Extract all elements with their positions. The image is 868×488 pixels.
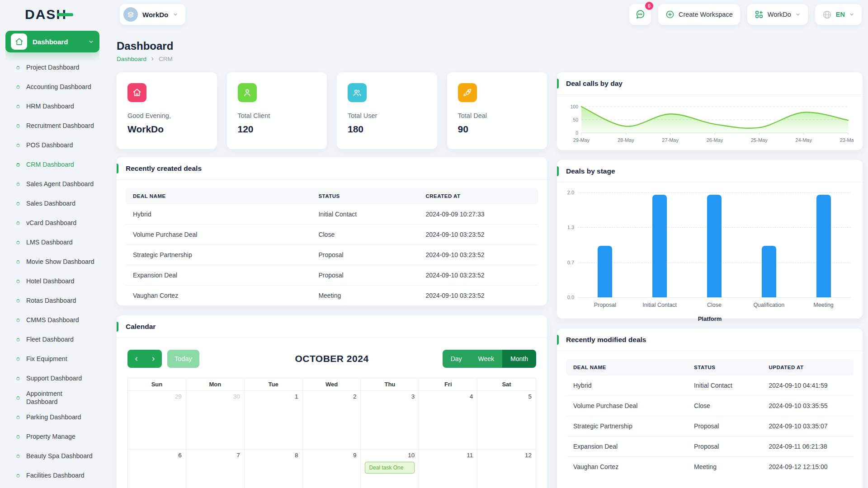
calendar-view-week[interactable]: Week: [470, 350, 503, 368]
table-row: Vaughan CortezMeeting2024-09-10 03:23:52: [126, 286, 538, 306]
messages-badge: 0: [645, 2, 653, 10]
cell: Proposal: [311, 245, 418, 265]
stat-label: Total Deal: [458, 112, 537, 119]
sidebar-section-dashboard[interactable]: Dashboard: [5, 31, 99, 52]
sidebar-item-lms-dashboard[interactable]: LMS Dashboard: [5, 233, 99, 252]
calendar-day-29[interactable]: 29: [128, 390, 186, 449]
sidebar-item-fleet-dashboard[interactable]: Fleet Dashboard: [5, 330, 99, 349]
calendar-day-12[interactable]: 12: [477, 449, 536, 488]
cell: 2024-09-10 04:41:59: [761, 375, 854, 396]
sidebar-item-pos-dashboard[interactable]: POS Dashboard: [5, 136, 99, 155]
sidebar-item-beauty-spa-dashboard[interactable]: Beauty Spa Dashboard: [5, 446, 99, 466]
table-row: HybridInitial Contact2024-09-10 04:41:59: [566, 375, 854, 396]
day-number: 8: [249, 452, 298, 459]
cell: 2024-09-09 10:27:33: [419, 204, 538, 225]
sidebar-item-hrm-dashboard[interactable]: HRM Dashboard: [5, 97, 99, 116]
sidebar-item-facilities-dashboard[interactable]: Facilities Dashboard: [5, 466, 99, 485]
sidebar-item-parking-dashboard[interactable]: Parking Dashboard: [5, 408, 99, 427]
calendar-view-month[interactable]: Month: [502, 350, 536, 368]
sidebar-item-recruitment-dashboard[interactable]: Recruitment Dashboard: [5, 116, 99, 136]
calendar-day-11[interactable]: 11: [419, 449, 477, 488]
sidebar-item-label: Rotas Dashboard: [26, 297, 76, 305]
cell: 2024-09-10 03:35:55: [761, 396, 854, 416]
sidebar-item-label: Support Dashboard: [26, 375, 82, 383]
calendar-grid: SunMonTueWedThuFriSat 293012345678910Dea…: [127, 378, 536, 488]
sidebar-item-property-manage[interactable]: Property Manage: [5, 427, 99, 446]
calendar-day-8[interactable]: 8: [245, 449, 303, 488]
sidebar-item-movie-show-dashboard[interactable]: Movie Show Dashboard: [5, 252, 99, 272]
calendar-event[interactable]: Deal task One: [365, 462, 415, 474]
chevron-right-icon: [150, 56, 155, 61]
sidebar-item-support-dashboard[interactable]: Support Dashboard: [5, 369, 99, 388]
sidebar: Dashboard Project DashboardAccounting Da…: [5, 31, 99, 488]
sidebar-item-label: Movie Show Dashboard: [26, 258, 94, 266]
table-row: Expansion DealProposal2024-09-11 06:21:3…: [566, 436, 854, 457]
bullet-icon: [16, 474, 20, 478]
day-number: 2: [307, 393, 357, 400]
svg-text:27-May: 27-May: [662, 137, 679, 143]
app-logo[interactable]: DASH: [25, 7, 67, 22]
table-row: Vaughan CortezMeeting2024-09-12 12:15:00: [566, 457, 854, 477]
sidebar-item-label: Recruitment Dashboard: [26, 122, 94, 130]
sidebar-item-hotel-dashboard[interactable]: Hotel Dashboard: [5, 272, 99, 291]
svg-text:26-May: 26-May: [707, 137, 723, 143]
sidebar-item-crm-dashboard[interactable]: CRM Dashboard: [5, 155, 99, 174]
sidebar-item-cmms-dashboard[interactable]: CMMS Dashboard: [5, 310, 99, 330]
calendar-day-2[interactable]: 2: [303, 390, 361, 449]
messages-button[interactable]: 0: [629, 4, 651, 25]
calendar-day-7[interactable]: 7: [186, 449, 245, 488]
cell: Proposal: [687, 416, 761, 436]
language-selector[interactable]: EN: [815, 4, 862, 25]
calendar-day-3[interactable]: 3: [361, 390, 419, 449]
sidebar-item-project-dashboard[interactable]: Project Dashboard: [5, 58, 99, 77]
sidebar-item-vcard-dashboard[interactable]: vCard Dashboard: [5, 213, 99, 233]
sidebar-item-sales-dashboard[interactable]: Sales Dashboard: [5, 194, 99, 213]
day-number: 1: [249, 393, 298, 400]
cell: Vaughan Cortez: [126, 286, 311, 306]
sidebar-item-label: POS Dashboard: [26, 141, 73, 150]
calendar-toolbar: OCTOBER 2024 Today DayWeekMonth: [127, 350, 536, 368]
calendar-day-10[interactable]: 10Deal task One: [361, 449, 419, 488]
calendar-day-5[interactable]: 5: [477, 390, 536, 449]
calendar-day-4[interactable]: 4: [419, 390, 477, 449]
sidebar-item-appointment-dashboard[interactable]: Appointment Dashboard: [5, 388, 99, 408]
sidebar-menu: Project DashboardAccounting DashboardHRM…: [5, 58, 99, 485]
user-icon: [238, 83, 257, 102]
cell: 2024-09-11 06:21:38: [761, 436, 854, 457]
logo-dash-accent: [57, 13, 73, 16]
sidebar-item-rotas-dashboard[interactable]: Rotas Dashboard: [5, 291, 99, 310]
cell: Meeting: [311, 286, 418, 306]
svg-text:0: 0: [576, 130, 578, 136]
table-header-row: DEAL NAMESTATUSCREATED AT: [126, 188, 538, 204]
create-workspace-label: Create Workspace: [679, 11, 733, 18]
workspace-pill[interactable]: WorkDo: [120, 4, 185, 25]
chevron-down-icon: [88, 39, 94, 45]
bullet-icon: [16, 260, 20, 264]
calendar-day-1[interactable]: 1: [245, 390, 303, 449]
cell: Expansion Deal: [126, 265, 311, 286]
weekday-label: Tue: [245, 378, 303, 390]
bullet-icon: [16, 105, 20, 108]
breadcrumb-dashboard-link[interactable]: Dashboard: [117, 56, 146, 62]
chat-icon: [635, 9, 645, 19]
create-workspace-button[interactable]: Create Workspace: [658, 4, 740, 25]
day-number: 5: [481, 393, 532, 400]
cell: Hybrid: [126, 204, 311, 225]
sidebar-item-sales-agent-dashboard[interactable]: Sales Agent Dashboard: [5, 174, 99, 194]
stat-card-total-client: Total Client120: [227, 72, 327, 149]
cell: 2024-09-10 03:23:52: [419, 265, 538, 286]
bullet-icon: [16, 299, 20, 303]
calendar-day-9[interactable]: 9: [303, 449, 361, 488]
sidebar-item-label: Facilities Dashboard: [26, 472, 85, 480]
column-header: DEAL NAME: [566, 359, 687, 375]
day-number: 6: [132, 452, 182, 459]
deal-calls-title: Deal calls by day: [566, 80, 623, 88]
calendar-view-day[interactable]: Day: [443, 350, 470, 368]
calendar-day-6[interactable]: 6: [128, 449, 186, 488]
sidebar-item-accounting-dashboard[interactable]: Accounting Dashboard: [5, 77, 99, 97]
sidebar-item-fix-equipment[interactable]: Fix Equipment: [5, 349, 99, 369]
stat-label: Good Evening,: [127, 112, 206, 119]
calendar-day-30[interactable]: 30: [186, 390, 245, 449]
bullet-icon: [16, 221, 20, 225]
workspace-switcher[interactable]: WorkDo: [747, 4, 808, 25]
